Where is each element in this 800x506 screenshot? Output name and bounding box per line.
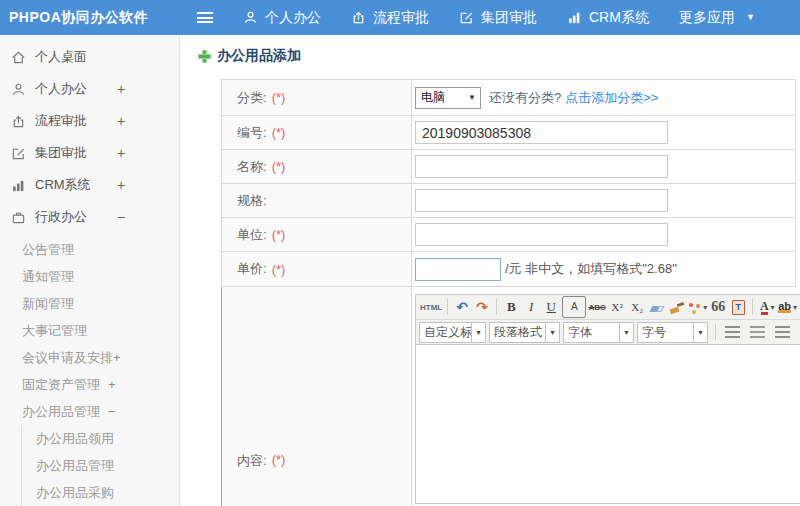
- sidebar-item-news-mgmt[interactable]: 新闻管理: [0, 290, 179, 317]
- toolbar-separator: [715, 324, 716, 340]
- unit-input[interactable]: [415, 223, 668, 246]
- collapse-icon[interactable]: −: [108, 404, 116, 419]
- html-source-button[interactable]: HTML: [420, 297, 442, 317]
- superscript-button[interactable]: X²: [608, 297, 626, 317]
- font-border-button[interactable]: A: [562, 296, 586, 318]
- sidebar-item-meeting-mgmt[interactable]: 会议申请及安排+: [0, 344, 179, 371]
- main-content: 办公用品添加 分类: (*) 电脑 ▼ 还没有分类? 点击添加分类>> 编号: …: [180, 35, 800, 506]
- nav-more-apps[interactable]: 更多应用 ▼: [679, 9, 755, 27]
- code-input[interactable]: [415, 121, 668, 144]
- category-select[interactable]: 电脑 ▼: [415, 87, 481, 109]
- redo-icon[interactable]: ↷: [473, 297, 491, 317]
- dropdown-caret-icon: ▾: [771, 303, 775, 312]
- sidebar-item-personal-office[interactable]: 个人办公 +: [0, 73, 179, 105]
- top-header: PHPOA协同办公软件 个人办公 流程审批 集团审批 CRM系统 更多应用 ▼: [0, 0, 800, 35]
- nav-personal-office[interactable]: 个人办公: [243, 9, 321, 27]
- nav-group-approval[interactable]: 集团审批: [459, 9, 537, 27]
- sidebar-item-group-approval[interactable]: 集团审批 +: [0, 137, 179, 169]
- sidebar-item-personal-desktop[interactable]: 个人桌面: [0, 41, 179, 73]
- flow-share-icon: [10, 113, 26, 129]
- bold-button[interactable]: B: [502, 297, 520, 317]
- custom-title-select[interactable]: 自定义标题▾: [419, 322, 486, 343]
- required-mark: (*): [272, 227, 286, 242]
- expand-icon[interactable]: +: [117, 137, 125, 169]
- nav-workflow-approval[interactable]: 流程审批: [351, 9, 429, 27]
- underline-button[interactable]: U: [542, 297, 560, 317]
- align-center-icon[interactable]: [750, 326, 765, 338]
- expand-icon[interactable]: +: [117, 73, 125, 105]
- code-label: 编号:: [237, 124, 267, 142]
- sidebar-item-notice-mgmt[interactable]: 通知管理: [0, 263, 179, 290]
- italic-button[interactable]: I: [522, 297, 540, 317]
- form-row-spec: 规格:: [221, 184, 796, 218]
- editor-content-area[interactable]: [416, 345, 800, 503]
- sidebar-item-events-mgmt[interactable]: 大事记管理: [0, 317, 179, 344]
- select-caret-icon: ▼: [468, 93, 476, 102]
- nav-crm-system[interactable]: CRM系统: [567, 9, 649, 27]
- expand-icon[interactable]: +: [113, 350, 121, 365]
- form-row-content: 内容: (*) HTML ↶ ↷ B I U A ABC: [221, 287, 796, 506]
- undo-icon[interactable]: ↶: [453, 297, 471, 317]
- rich-text-editor: HTML ↶ ↷ B I U A ABC X² X₂ ▾: [415, 294, 800, 504]
- editor-toolbar-row1: HTML ↶ ↷ B I U A ABC X² X₂ ▾: [416, 295, 800, 320]
- sidebar-item-supplies-purchase[interactable]: 办公用品采购: [22, 479, 179, 506]
- paragraph-format-select[interactable]: 段落格式▾: [489, 322, 560, 343]
- name-input[interactable]: [415, 155, 668, 178]
- toolbar-separator: [496, 299, 497, 315]
- admin-office-submenu: 公告管理 通知管理 新闻管理 大事记管理 会议申请及安排+ 固定资产管理+ 办公…: [0, 233, 179, 506]
- expand-icon[interactable]: +: [108, 377, 116, 392]
- editor-toolbar-row2: 自定义标题▾ 段落格式▾ 字体▾ 字号▾ ∞: [416, 320, 800, 345]
- expand-icon[interactable]: +: [117, 105, 125, 137]
- form-row-name: 名称: (*): [221, 150, 796, 184]
- sidebar: 个人桌面 个人办公 + 流程审批 + 集团审批 + CRM系统 + 行政办公 −…: [0, 35, 180, 506]
- font-color-button[interactable]: A▾: [758, 297, 776, 317]
- required-mark: (*): [272, 452, 286, 467]
- app-logo: PHPOA协同办公软件: [0, 9, 180, 27]
- required-mark: (*): [272, 262, 286, 277]
- align-left-icon[interactable]: [725, 326, 740, 338]
- align-right-icon[interactable]: [775, 326, 790, 338]
- eraser-icon[interactable]: [648, 297, 666, 317]
- format-brush-icon[interactable]: [668, 297, 686, 317]
- toolbar-separator: [752, 299, 753, 315]
- font-size-select[interactable]: 字号▾: [637, 322, 708, 343]
- add-category-link[interactable]: 点击添加分类>>: [565, 89, 658, 107]
- flow-share-icon: [351, 10, 366, 25]
- subscript-button[interactable]: X₂: [628, 297, 646, 317]
- paste-text-icon[interactable]: [729, 297, 747, 317]
- edit-square-icon: [10, 145, 26, 161]
- required-mark: (*): [272, 159, 286, 174]
- form-row-price: 单价: (*) /元 非中文，如填写格式"2.68": [221, 252, 796, 287]
- briefcase-icon: [10, 209, 26, 225]
- hamburger-menu-icon[interactable]: [197, 12, 213, 23]
- strikethrough-button[interactable]: ABC: [588, 297, 606, 317]
- unit-label: 单位:: [237, 226, 267, 244]
- sidebar-item-supplies-claim[interactable]: 办公用品领用: [22, 425, 179, 452]
- sidebar-item-office-supplies-mgmt[interactable]: 办公用品管理−: [0, 398, 179, 425]
- sidebar-item-supplies-manage[interactable]: 办公用品管理: [22, 452, 179, 479]
- edit-square-icon: [459, 10, 474, 25]
- bar-chart-icon: [567, 10, 582, 25]
- collapse-icon[interactable]: −: [117, 201, 125, 233]
- font-family-select[interactable]: 字体▾: [563, 322, 634, 343]
- required-mark: (*): [272, 125, 286, 140]
- sidebar-item-admin-office[interactable]: 行政办公 −: [0, 201, 179, 233]
- dropdown-caret-icon: ▾: [793, 303, 797, 312]
- supply-add-form: 分类: (*) 电脑 ▼ 还没有分类? 点击添加分类>> 编号: (*): [221, 79, 796, 506]
- form-row-code: 编号: (*): [221, 116, 796, 150]
- sidebar-item-fixed-assets-mgmt[interactable]: 固定资产管理+: [0, 371, 179, 398]
- expand-icon[interactable]: +: [117, 169, 125, 201]
- add-plus-icon: [198, 50, 211, 63]
- person-icon: [10, 81, 26, 97]
- sidebar-item-workflow-approval[interactable]: 流程审批 +: [0, 105, 179, 137]
- blockquote-button[interactable]: 66: [709, 297, 727, 317]
- caret-down-icon: ▼: [746, 13, 755, 22]
- highlight-color-button[interactable]: ab▾: [778, 297, 797, 317]
- spec-input[interactable]: [415, 189, 668, 212]
- price-format-hint: /元 非中文，如填写格式"2.68": [505, 260, 677, 278]
- content-label: 内容:: [237, 452, 267, 470]
- sidebar-item-announcement-mgmt[interactable]: 公告管理: [0, 236, 179, 263]
- price-input[interactable]: [415, 258, 501, 281]
- sidebar-item-crm-system[interactable]: CRM系统 +: [0, 169, 179, 201]
- auto-typeset-icon[interactable]: ▾: [688, 297, 707, 317]
